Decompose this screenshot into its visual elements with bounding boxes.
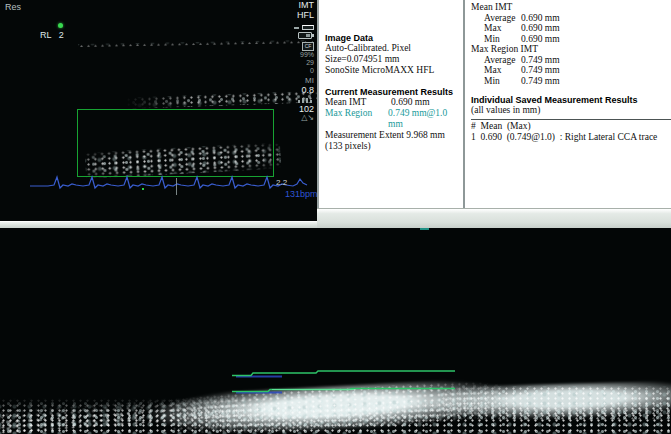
mean-imt-label: Mean IMT	[325, 97, 391, 108]
saved-results-header: # Mean (Max)	[471, 121, 671, 132]
row-value: 0.690 mm	[521, 23, 560, 34]
results-panel: Mean IMT Average 0.690 mm Max 0.690 mm M…	[465, 0, 671, 208]
battery-icon	[298, 32, 314, 39]
gain-icon	[298, 97, 314, 103]
saved-results-divider	[471, 119, 671, 120]
image-data-panel: Image Data Auto-Calibrated. Pixel Size=0…	[317, 0, 463, 208]
saved-clips-count: 0	[310, 67, 314, 74]
mean-imt-value: 0.690 mm	[391, 97, 430, 108]
mi-label: MI	[305, 77, 314, 85]
max-region-section-title: Max Region IMT	[471, 44, 671, 55]
result-row: Min 0.690 mm	[471, 34, 671, 45]
max-region-value: 0.749 mm@1.0 mm	[388, 108, 461, 130]
orientation-marker-dot	[58, 23, 63, 28]
ultrasound-image-top: Res RL 2 2.2 131bpm IMT HFL CF 99% 29 0 …	[0, 0, 317, 222]
frame-strip-right	[317, 208, 671, 228]
row-label: Average	[484, 55, 521, 66]
result-row: Min 0.749 mm	[471, 76, 671, 87]
row-label: Min	[484, 76, 521, 87]
battery-percent-label: 99%	[300, 51, 314, 58]
result-row: Average 0.690 mm	[471, 13, 671, 24]
saved-results-title: Individual Saved Measurement Results	[471, 95, 671, 105]
trace-position-tick	[420, 228, 429, 230]
row-value: 0.749 mm	[521, 76, 560, 87]
row-label: Min	[484, 34, 521, 45]
ecg-sweep-marker	[176, 178, 177, 195]
ultrasound-image-zoomed	[0, 228, 671, 434]
extent-line: Measurement Extent 9.968 mm (133 pixels)	[325, 130, 461, 152]
heart-rate-label: 131bpm	[285, 190, 317, 199]
frame-strip-left	[0, 221, 317, 228]
mode-label: IMT	[299, 1, 315, 10]
row-label: Max	[484, 65, 521, 76]
result-row: Max 0.749 mm	[471, 65, 671, 76]
row-label: Average	[484, 13, 521, 24]
mi-value: 0.8	[301, 86, 314, 95]
roi-box[interactable]	[77, 109, 274, 177]
depth-label: 2.2	[276, 179, 287, 187]
result-row: Average 0.749 mm	[471, 55, 671, 66]
saved-images-count: 29	[306, 59, 314, 66]
cf-card-icon: CF	[302, 42, 314, 51]
mean-imt-row: Mean IMT 0.690 mm	[325, 97, 461, 108]
current-results-title: Current Measurement Results	[325, 87, 461, 97]
ecg-trace	[30, 173, 310, 201]
image-data-title: Image Data	[325, 33, 461, 43]
orientation-arrow-icon: △↘	[301, 114, 314, 122]
imt-trace-overlay	[0, 228, 671, 434]
lumen-intima-trace-line[interactable]	[232, 371, 455, 376]
transducer-label: HFL	[297, 11, 314, 20]
row-value: 0.749 mm	[521, 65, 560, 76]
ecg-trigger-dot	[142, 188, 144, 190]
max-region-label: Max Region	[325, 108, 388, 130]
vessel-far-wall-echo-right	[125, 91, 317, 110]
row-value: 0.749 mm	[521, 55, 560, 66]
result-row: Max 0.690 mm	[471, 23, 671, 34]
freeze-icon	[294, 25, 314, 30]
saved-result-row[interactable]: 1 0.690 (0.749@1.0) : Right Lateral CCA …	[471, 132, 671, 143]
sonocalc-imt-window: Res RL 2 2.2 131bpm IMT HFL CF 99% 29 0 …	[0, 0, 671, 434]
extent-label: Measurement Extent	[325, 130, 404, 140]
row-value: 0.690 mm	[521, 34, 560, 45]
max-region-row: Max Region 0.749 mm@1.0 mm	[325, 108, 461, 130]
res-label: Res	[5, 3, 21, 12]
row-label: Max	[484, 23, 521, 34]
saved-results-note: (all values in mm)	[471, 105, 671, 116]
mean-imt-section-title: Mean IMT	[471, 2, 671, 13]
device-line: SonoSite MicroMAXX HFL	[325, 65, 461, 76]
row-value: 0.690 mm	[521, 13, 560, 24]
probe-position-label: RL 2	[40, 31, 64, 40]
vessel-near-wall-echo	[78, 40, 313, 47]
calibration-line: Auto-Calibrated. Pixel Size=0.074951 mm	[325, 43, 461, 65]
